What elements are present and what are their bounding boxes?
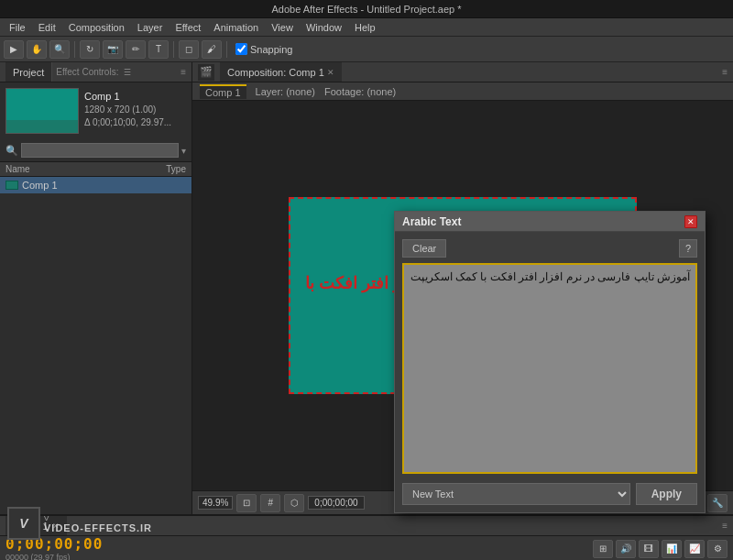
dialog-help-btn[interactable]: ? [679,239,697,258]
comp-info: Comp 1 1280 x 720 (1.00) Δ 0;00;10;00, 2… [84,88,171,134]
file-icon-comp1 [5,181,18,190]
fps-label: 00000 (29.97 fps) [5,553,103,560]
comp-panel-menu[interactable]: ≡ [722,67,728,77]
comp-name: Comp 1 [84,90,171,104]
filter-icon[interactable]: ▾ [181,146,186,156]
watermark-label: V [44,514,152,522]
toolbar-btn-shape[interactable]: ◻ [179,40,199,59]
thumbnail-area: Comp 1 1280 x 720 (1.00) Δ 0;00;10;00, 2… [0,82,191,139]
menu-composition[interactable]: Composition [63,20,130,35]
effect-controls-menu[interactable]: ☰ [124,68,131,77]
dialog-apply-btn[interactable]: Apply [636,483,697,505]
tl-btn-3[interactable]: 🎞 [639,540,659,558]
menu-bar: File Edit Composition Layer Effect Anima… [0,18,733,37]
dialog-body: Clear ? New Text Apply [395,232,705,512]
comp-panel-controls: ≡ [722,67,728,77]
watermark-logo: V [7,507,40,540]
comp-time[interactable]: 0;00;00;00 [308,496,364,510]
footage-label: Footage: (none) [324,86,396,97]
comp-sub-header: Comp 1 Layer: (none) Footage: (none) [192,82,733,101]
toolbar-btn-zoom[interactable]: 🔍 [49,40,70,59]
tl-btn-6[interactable]: ⚙ [707,540,728,558]
watermark: V V Video-Effects.IR [7,507,152,540]
comp-mask-btn[interactable]: ⬡ [284,494,304,512]
toolbar-separator-3 [226,41,227,58]
main-toolbar: ▶ ✋ 🔍 ↻ 📷 ✏ T ◻ 🖌 Snapping [0,37,733,62]
comp-panel-title-tab[interactable]: Composition: Comp 1 ✕ [220,62,342,82]
toolbar-btn-pen[interactable]: ✏ [126,40,146,59]
dialog-title-bar: Arabic Text ✕ [395,212,705,232]
tl-btn-5[interactable]: 📈 [684,540,705,558]
toolbar-btn-paint[interactable]: 🖌 [202,40,222,59]
watermark-text: Video-Effects.IR [44,522,152,533]
comp-fit-btn[interactable]: ⊡ [236,494,257,512]
project-tab-label: Project [13,67,44,78]
snapping-toggle[interactable]: Snapping [232,43,297,55]
title-bar: Adobe After Effects - Untitled Project.a… [0,0,733,18]
menu-window[interactable]: Window [301,20,347,35]
menu-view[interactable]: View [266,20,299,35]
panel-menu-btn[interactable]: ≡ [181,67,186,77]
comp-extra-btn[interactable]: 🔧 [707,494,728,512]
watermark-logo-letter: V [19,516,27,531]
menu-file[interactable]: File [4,20,31,35]
toolbar-separator-1 [74,41,75,58]
project-tab[interactable]: Project [5,62,52,82]
dialog-type-select[interactable]: New Text [402,483,630,505]
toolbar-btn-rotate[interactable]: ↻ [80,40,100,59]
comp-details-1: 1280 x 720 (1.00) [84,104,171,116]
zoom-display[interactable]: 49.9% [198,496,233,510]
comp-thumb-inner [6,89,78,120]
tl-btn-4[interactable]: 📊 [662,540,682,558]
dialog-title: Arabic Text [402,215,461,228]
menu-edit[interactable]: Edit [33,20,61,35]
toolbar-btn-hand[interactable]: ✋ [27,40,47,59]
search-input[interactable] [21,143,179,158]
search-icon: 🔍 [5,145,18,157]
menu-layer[interactable]: Layer [132,20,169,35]
layer-label: Layer: (none) [256,86,315,97]
comp-panel-close[interactable]: ✕ [327,68,334,77]
toolbar-btn-text[interactable]: T [148,40,169,59]
dialog-clear-btn[interactable]: Clear [402,239,446,258]
comp-panel-icon[interactable]: 🎬 [198,64,214,81]
dialog-footer: New Text Apply [402,483,697,505]
watermark-text-group: V Video-Effects.IR [44,514,152,533]
tl-btn-2[interactable]: 🔊 [616,540,636,558]
comp-grid-btn[interactable]: # [260,494,280,512]
left-panel: Project Effect Controls: ☰ ≡ Comp 1 1280… [0,62,192,514]
arabic-text-dialog: Arabic Text ✕ Clear ? New Text Apply [394,211,706,513]
col-type-header: Type [149,164,186,174]
timeline-controls: ⊞ 🔊 🎞 📊 📈 ⚙ [593,540,728,558]
effect-controls-label: Effect Controls: [56,67,118,77]
dialog-textarea[interactable] [402,263,697,474]
comp-panel-header: 🎬 Composition: Comp 1 ✕ ≡ [192,62,733,82]
file-item-comp1[interactable]: Comp 1 [0,177,191,193]
menu-effect[interactable]: Effect [170,20,206,35]
comp-panel-title: Composition: Comp 1 [227,67,324,78]
toolbar-btn-select[interactable]: ▶ [4,40,24,59]
comp-tab-label[interactable]: Comp 1 [200,84,246,99]
comp-thumbnail [5,88,79,134]
snapping-checkbox[interactable] [235,43,247,55]
menu-animation[interactable]: Animation [208,20,264,35]
toolbar-separator-2 [173,41,174,58]
title-text: Adobe After Effects - Untitled Project.a… [271,4,461,15]
dialog-toolbar: Clear ? [402,239,697,258]
timeline-menu-btn[interactable]: ≡ [722,521,728,531]
toolbar-btn-camera[interactable]: 📷 [103,40,123,59]
dialog-close-btn[interactable]: ✕ [684,215,697,228]
project-effect-header: Project Effect Controls: ☰ ≡ [0,62,191,82]
tl-btn-1[interactable]: ⊞ [593,540,613,558]
comp-details-2: Δ 0;00;10;00, 29.97... [84,116,171,129]
file-name-comp1: Comp 1 [22,180,58,191]
search-area: 🔍 ▾ [0,139,191,162]
file-list-header: Name Type [0,162,191,177]
snapping-label: Snapping [250,44,293,55]
menu-help[interactable]: Help [349,20,381,35]
col-name-header: Name [5,164,146,174]
